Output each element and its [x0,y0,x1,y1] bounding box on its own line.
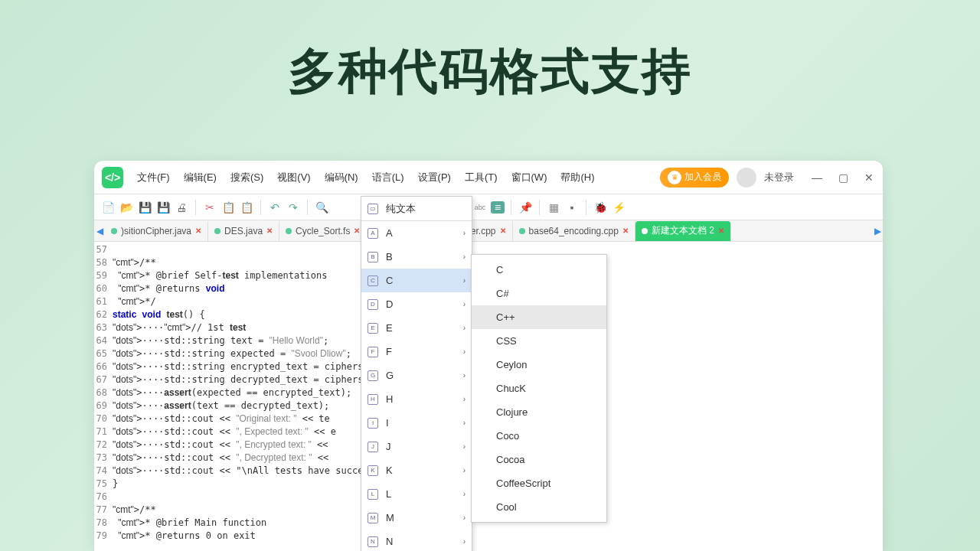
lang-option[interactable]: Cocoa [472,448,606,471]
tab-close-icon[interactable]: ✕ [266,227,273,235]
menu-item[interactable]: 工具(T) [459,168,504,187]
lang-letter-I[interactable]: II› [361,411,472,435]
abc-icon[interactable]: abc [472,200,488,215]
doc-icon: ▭ [368,204,378,214]
lang-letter-L[interactable]: LL› [361,482,472,506]
tab-status-dot [286,228,292,234]
save-all-icon[interactable]: 💾 [155,200,171,215]
paste-icon[interactable]: 📋 [239,200,254,215]
menu-item[interactable]: 搜索(S) [224,168,270,187]
crown-icon: ♛ [668,171,681,184]
lang-option[interactable]: C++ [472,305,606,329]
lang-letter-H[interactable]: HH› [361,387,472,411]
lang-letter-G[interactable]: GG› [361,364,472,387]
new-file-icon[interactable]: 📄 [100,200,116,215]
lang-option[interactable]: Cool [472,495,606,519]
doc-icon: L [368,489,378,500]
lang-option[interactable]: CoffeeScript [472,471,606,495]
lang-letter-label: H [386,393,393,405]
copy-icon[interactable]: 📋 [220,200,236,215]
lang-letter-E[interactable]: EE› [361,316,472,340]
bug-icon[interactable]: 🐞 [593,200,608,215]
undo-icon[interactable]: ↶ [267,200,283,215]
print-icon[interactable]: 🖨 [174,200,189,215]
menu-item[interactable]: 视图(V) [271,168,316,187]
lang-option[interactable]: Clojure [472,400,606,424]
lang-letter-F[interactable]: FF› [361,340,472,364]
chevron-right-icon: › [463,276,466,285]
tab-prev[interactable]: ◀ [94,226,105,236]
editor-tab[interactable]: )sitionCipher.java✕ [105,221,208,241]
save-icon[interactable]: 💾 [137,200,152,215]
pin-icon[interactable]: 📌 [518,200,533,215]
lang-letter-label: A [386,227,393,239]
chevron-right-icon: › [463,347,466,356]
menu-item[interactable]: 设置(P) [412,168,457,187]
line-gutter: 57 58 59 60 61 62 63 64 65 66 67 68 69 7… [94,242,109,551]
doc-icon: C [368,276,378,286]
redo-icon[interactable]: ↷ [286,200,301,215]
menubar: 文件(F)编辑(E)搜索(S)视图(V)编码(N)语言(L)设置(P)工具(T)… [131,168,601,187]
tab-close-icon[interactable]: ✕ [718,227,724,235]
maximize-button[interactable]: ▢ [837,171,849,184]
lang-letter-label: K [386,465,393,476]
cut-icon[interactable]: ✂ [202,200,217,215]
vip-button[interactable]: ♛ 加入会员 [660,168,729,187]
lang-letter-label: G [386,370,394,381]
editor-tab[interactable]: base64_encoding.cpp✕ [513,221,635,241]
lang-letter-C[interactable]: CC› [361,269,472,292]
tab-close-icon[interactable]: ✕ [195,227,201,235]
close-button[interactable]: ✕ [863,171,875,184]
lang-letter-label: N [386,536,393,547]
tab-next[interactable]: ▶ [872,226,883,236]
menu-item[interactable]: 文件(F) [131,168,176,187]
lang-letter-N[interactable]: NN› [361,530,472,551]
terminal-icon[interactable]: ▪ [564,200,580,215]
open-icon[interactable]: 📂 [119,200,134,215]
menu-item[interactable]: 编码(N) [318,168,364,187]
login-status: 未登录 [764,171,794,184]
lang-option[interactable]: ChucK [472,377,606,400]
lang-letter-label: I [386,417,389,429]
tab-close-icon[interactable]: ✕ [354,227,360,235]
chevron-right-icon: › [463,490,466,498]
tab-close-icon[interactable]: ✕ [500,227,506,235]
lang-option[interactable]: CSS [472,329,606,353]
lightning-icon[interactable]: ⚡ [611,200,626,215]
lang-letter-K[interactable]: KK› [361,458,472,482]
lang-letter-label: F [386,346,392,357]
chevron-right-icon: › [463,466,466,474]
lang-option[interactable]: C [472,258,606,282]
tab-close-icon[interactable]: ✕ [622,227,629,235]
menu-item[interactable]: 编辑(E) [178,168,223,187]
lang-letter-label: M [386,512,394,523]
tabbar: ◀ )sitionCipher.java✕DES.java✕Cycle_Sort… [94,220,883,242]
lang-option[interactable]: C# [472,282,606,305]
tab-label: base64_encoding.cpp [529,226,619,236]
language-submenu: CC#C++CSSCeylonChucKClojureCocoCocoaCoff… [471,254,607,523]
doc-icon: K [368,465,378,476]
lang-option[interactable]: Ceylon [472,353,606,377]
chevron-right-icon: › [463,514,466,522]
menu-item[interactable]: 窗口(W) [505,168,554,187]
menu-item[interactable]: 帮助(H) [554,168,600,187]
menu-item[interactable]: 语言(L) [366,168,410,187]
chevron-right-icon: › [463,395,466,403]
lang-plaintext[interactable]: ▭ 纯文本 [361,197,472,220]
lang-letter-B[interactable]: BB› [361,245,472,269]
minimize-button[interactable]: — [811,171,823,184]
editor-tab[interactable]: Cycle_Sort.fs✕ [279,221,367,241]
editor-tab[interactable]: 新建文本文档 2✕ [635,221,731,241]
lang-letter-A[interactable]: AA› [361,221,472,245]
grid-icon[interactable]: ▦ [546,200,561,215]
zoom-in-icon[interactable]: 🔍 [314,200,329,215]
indent-icon[interactable]: ≡ [491,201,505,214]
doc-icon: H [368,394,378,405]
hero-title: 多种代码格式支持 [0,0,980,105]
lang-letter-J[interactable]: JJ› [361,435,472,458]
lang-option[interactable]: Coco [472,424,606,448]
lang-letter-D[interactable]: DD› [361,292,472,316]
editor-tab[interactable]: DES.java✕ [208,221,279,241]
avatar[interactable] [737,168,756,187]
lang-letter-M[interactable]: MM› [361,506,472,530]
